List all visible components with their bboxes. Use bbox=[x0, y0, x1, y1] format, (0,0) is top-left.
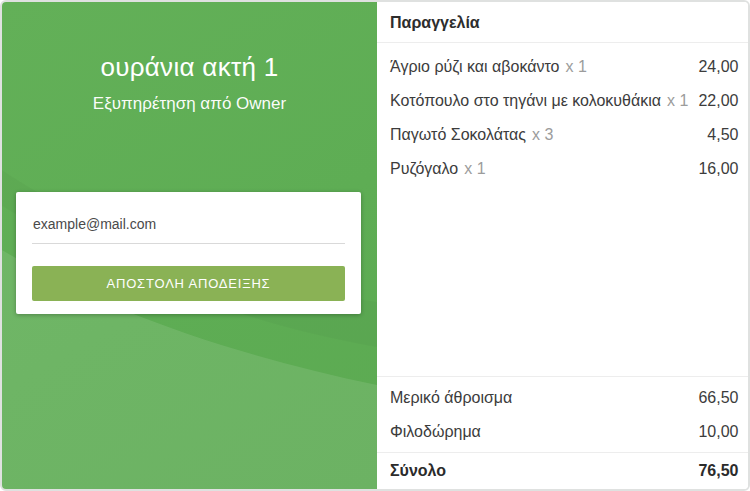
served-by-text: Εξυπηρέτηση από Owner bbox=[2, 94, 377, 114]
order-title: Παραγγελία bbox=[377, 2, 750, 43]
item-price: 4,50 bbox=[697, 126, 738, 144]
send-receipt-button[interactable]: ΑΠΟΣΤΟΛΗ ΑΠΟΔΕΙΞΗΣ bbox=[32, 266, 345, 301]
item-price: 16,00 bbox=[688, 160, 738, 178]
tip-label: Φιλοδώρημα bbox=[390, 423, 481, 441]
item-quantity: x 1 bbox=[565, 58, 586, 76]
item-price: 22,00 bbox=[688, 92, 738, 110]
tip-value: 10,00 bbox=[698, 423, 738, 441]
subtotal-label: Μερικό άθροισμα bbox=[390, 389, 512, 407]
total-value: 76,50 bbox=[698, 462, 738, 480]
order-item-row: Ρυζόγαλο x 1 16,00 bbox=[390, 152, 738, 186]
order-item-row: Παγωτό Σοκολάτας x 3 4,50 bbox=[390, 118, 738, 152]
spacer bbox=[377, 186, 750, 376]
venue-header: ουράνια ακτή 1 Εξυπηρέτηση από Owner bbox=[2, 52, 377, 114]
item-name: Παγωτό Σοκολάτας bbox=[390, 126, 526, 144]
item-name: Ρυζόγαλο bbox=[390, 160, 458, 178]
item-price: 24,00 bbox=[688, 58, 738, 76]
order-item-row: Άγριο ρύζι και αβοκάντο x 1 24,00 bbox=[390, 50, 738, 84]
order-panel: Παραγγελία Άγριο ρύζι και αβοκάντο x 1 2… bbox=[377, 2, 750, 489]
email-input[interactable] bbox=[32, 216, 345, 244]
order-summary: Μερικό άθροισμα 66,50 Φιλοδώρημα 10,00 bbox=[377, 376, 750, 452]
order-item-row: Κοτόπουλο στο τηγάνι με κολοκυθάκια x 1 … bbox=[390, 84, 738, 118]
email-card: ΑΠΟΣΤΟΛΗ ΑΠΟΔΕΙΞΗΣ bbox=[16, 192, 361, 314]
item-quantity: x 1 bbox=[464, 160, 485, 178]
item-name: Κοτόπουλο στο τηγάνι με κολοκυθάκια bbox=[390, 92, 661, 110]
item-quantity: x 1 bbox=[667, 92, 688, 110]
subtotal-row: Μερικό άθροισμα 66,50 bbox=[390, 381, 738, 415]
item-quantity: x 3 bbox=[532, 126, 553, 144]
order-item-list: Άγριο ρύζι και αβοκάντο x 1 24,00 Κοτόπο… bbox=[377, 43, 750, 186]
receipt-screen: ουράνια ακτή 1 Εξυπηρέτηση από Owner ΑΠΟ… bbox=[0, 0, 750, 491]
item-name: Άγριο ρύζι και αβοκάντο bbox=[390, 58, 559, 76]
tip-row: Φιλοδώρημα 10,00 bbox=[390, 415, 738, 449]
total-label: Σύνολο bbox=[390, 462, 446, 480]
total-row: Σύνολο 76,50 bbox=[377, 452, 750, 489]
venue-title: ουράνια ακτή 1 bbox=[2, 52, 377, 83]
email-receipt-panel: ουράνια ακτή 1 Εξυπηρέτηση από Owner ΑΠΟ… bbox=[2, 2, 377, 489]
subtotal-value: 66,50 bbox=[698, 389, 738, 407]
